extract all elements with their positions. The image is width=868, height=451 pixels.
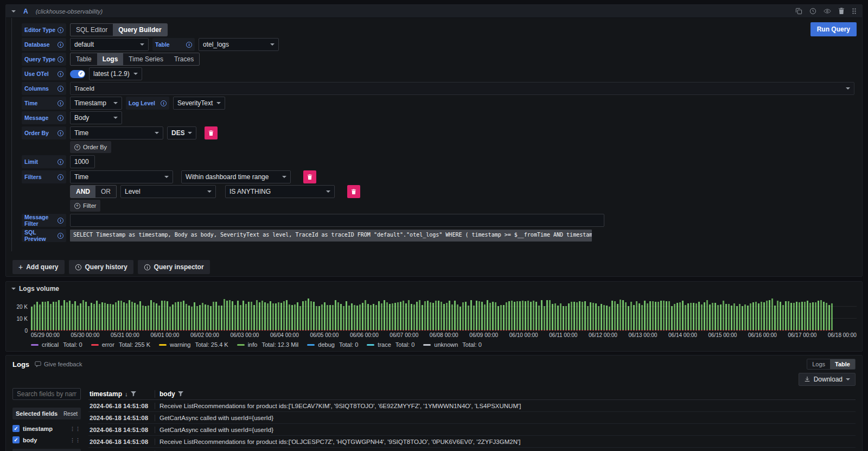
volume-bar xyxy=(739,304,741,331)
info-icon[interactable]: i xyxy=(58,27,63,33)
volume-bar xyxy=(405,303,407,331)
info-icon[interactable]: i xyxy=(58,86,63,92)
use-otel-toggle[interactable]: ✓ xyxy=(70,70,85,78)
legend-item-error[interactable]: errorTotal: 255 K xyxy=(91,341,150,348)
legend-item-critical[interactable]: criticalTotal: 0 xyxy=(31,341,82,348)
info-icon[interactable]: i xyxy=(58,174,63,180)
log-level-column-select[interactable]: SeverityText xyxy=(173,97,225,110)
columns-multiselect[interactable]: TraceId xyxy=(70,82,854,95)
query-history-button[interactable]: Query history xyxy=(69,260,133,274)
filter2-field-select[interactable]: Level xyxy=(120,185,216,198)
volume-bar xyxy=(462,302,464,331)
table-select[interactable]: otel_logs xyxy=(199,38,279,51)
duplicate-query-icon[interactable] xyxy=(795,8,802,15)
volume-bar xyxy=(446,303,448,331)
filter-funnel-icon[interactable] xyxy=(131,391,136,397)
volume-bar xyxy=(622,300,624,331)
legend-item-trace[interactable]: traceTotal: 0 xyxy=(367,341,414,348)
message-filter-input[interactable] xyxy=(70,214,604,227)
message-column-select[interactable]: Body xyxy=(70,111,122,124)
search-fields-input[interactable] xyxy=(12,388,81,400)
order-by-field-select[interactable]: Time xyxy=(70,126,163,139)
field-checkbox[interactable]: ✓ xyxy=(12,436,20,443)
query-type-option-logs[interactable]: Logs xyxy=(97,53,124,65)
drag-handle-icon[interactable]: ⋮⋮ xyxy=(70,437,81,443)
hide-response-eye-icon[interactable] xyxy=(824,8,831,15)
info-icon[interactable]: i xyxy=(58,130,63,136)
remove-filter2-button[interactable] xyxy=(347,185,360,198)
download-button[interactable]: Download xyxy=(799,373,856,386)
info-icon[interactable]: i xyxy=(58,56,63,62)
info-icon[interactable]: i xyxy=(58,218,63,224)
info-icon[interactable]: i xyxy=(58,159,63,165)
volume-bar xyxy=(93,304,95,331)
legend-item-info[interactable]: infoTotal: 12.3 Mil xyxy=(237,341,299,348)
filter-bool-and[interactable]: AND xyxy=(71,186,95,198)
query-type-option-table[interactable]: Table xyxy=(71,53,97,65)
query-type-option-time-series[interactable]: Time Series xyxy=(123,53,169,65)
editor-type-option-query-builder[interactable]: Query Builder xyxy=(113,24,167,36)
gridline xyxy=(31,306,857,307)
volume-bar xyxy=(278,302,279,331)
info-icon[interactable]: i xyxy=(58,42,63,48)
x-tick-label: 06/18 00:00 xyxy=(828,332,857,338)
info-icon[interactable]: i xyxy=(58,115,63,121)
logs-volume-header[interactable]: Logs volume xyxy=(11,285,857,293)
add-query-button[interactable]: + Add query xyxy=(12,260,65,274)
volume-bar xyxy=(80,303,81,331)
volume-bar xyxy=(110,304,111,331)
legend-series-total: Total: 0 xyxy=(63,341,82,348)
database-select[interactable]: default xyxy=(70,38,149,51)
filter2-operator-select[interactable]: IS ANYTHING xyxy=(225,185,335,198)
filter-bool-or[interactable]: OR xyxy=(95,186,116,198)
collapse-chevron-icon[interactable] xyxy=(11,10,16,12)
legend-item-debug[interactable]: debugTotal: 0 xyxy=(307,341,358,348)
remove-filter-button[interactable] xyxy=(303,170,316,183)
view-option-table[interactable]: Table xyxy=(830,359,855,369)
legend-item-unknown[interactable]: unknownTotal: 0 xyxy=(423,341,482,348)
logs-table-view-toggle: Logs Table xyxy=(807,359,856,370)
query-inspector-button[interactable]: Query inspector xyxy=(138,260,210,274)
volume-bar xyxy=(66,302,68,331)
volume-bar xyxy=(818,301,819,331)
add-order-by-button[interactable]: + Order By xyxy=(70,141,111,153)
x-tick-label: 06/03 00:00 xyxy=(230,332,259,338)
otel-version-select[interactable]: latest (1.2.9) xyxy=(89,67,142,80)
info-icon[interactable]: i xyxy=(161,100,167,106)
volume-bar xyxy=(533,301,534,331)
volume-bar xyxy=(487,300,488,331)
volume-bar xyxy=(470,300,472,331)
filter-operator-select[interactable]: Within dashboard time range xyxy=(181,170,291,183)
give-feedback-button[interactable]: Give feedback xyxy=(35,361,82,367)
info-icon[interactable]: i xyxy=(58,233,63,239)
volume-bar xyxy=(758,303,760,331)
filter-funnel-icon[interactable] xyxy=(178,391,183,397)
legend-item-warning[interactable]: warningTotal: 25.4 K xyxy=(159,341,228,348)
drag-handle-icon[interactable]: ⋮⋮ xyxy=(70,426,81,431)
query-type-option-traces[interactable]: Traces xyxy=(169,53,199,65)
field-checkbox[interactable]: ✓ xyxy=(12,425,20,432)
drag-handle-icon[interactable] xyxy=(852,8,857,15)
add-filter-button[interactable]: + Filter xyxy=(70,200,100,212)
view-option-logs[interactable]: Logs xyxy=(807,359,830,369)
info-icon[interactable]: i xyxy=(186,42,192,48)
query-history-icon[interactable] xyxy=(809,8,816,15)
query-row-header[interactable]: A (clickhouse-observability) xyxy=(6,5,862,18)
time-column-select[interactable]: Timestamp xyxy=(70,97,122,110)
remove-order-by-button[interactable] xyxy=(205,126,218,139)
info-icon[interactable]: i xyxy=(58,71,63,77)
body-column-header[interactable]: body xyxy=(159,390,175,398)
volume-bar xyxy=(126,303,127,331)
timestamp-cell: 2024-06-18 14:51:08 xyxy=(88,427,155,433)
filter-field-select[interactable]: Time xyxy=(70,170,173,183)
order-by-direction-select[interactable]: DESC xyxy=(167,126,196,139)
limit-input[interactable] xyxy=(70,155,95,168)
sort-desc-icon[interactable]: ↓ xyxy=(125,391,128,397)
timestamp-column-header[interactable]: timestamp xyxy=(90,390,122,398)
logs-volume-chart[interactable] xyxy=(31,297,857,331)
remove-query-trash-icon[interactable] xyxy=(838,8,845,15)
collapse-chevron-icon[interactable] xyxy=(11,288,16,290)
reset-button[interactable]: Reset xyxy=(63,411,78,417)
info-icon[interactable]: i xyxy=(58,100,63,106)
editor-type-option-sql-editor[interactable]: SQL Editor xyxy=(71,24,113,36)
